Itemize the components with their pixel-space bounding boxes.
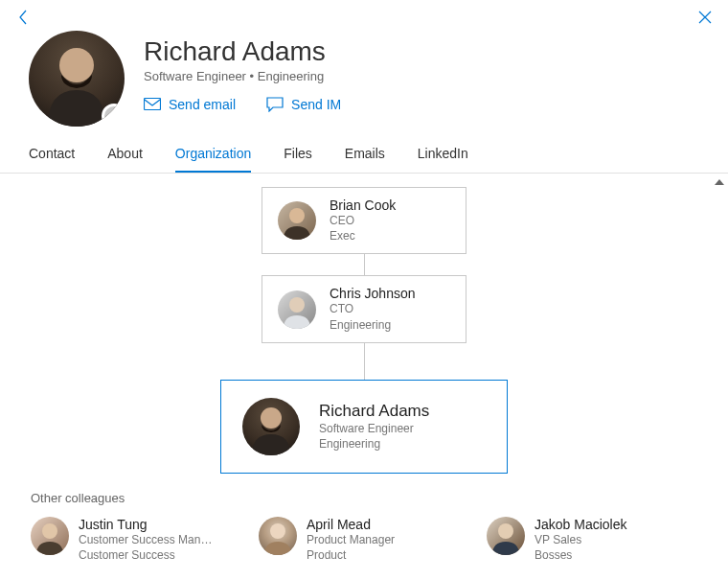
org-connector: [364, 343, 365, 380]
colleague-card[interactable]: Jakob Maciolek VP Sales Bosses: [487, 517, 701, 563]
send-im-button[interactable]: Send IM: [266, 97, 341, 112]
presence-indicator: [102, 104, 125, 127]
profile-name: Richard Adams: [144, 36, 341, 67]
org-node-name: Richard Adams: [319, 402, 429, 421]
tab-emails[interactable]: Emails: [345, 146, 385, 173]
close-button[interactable]: [695, 8, 715, 27]
org-node-role: CTO: [330, 301, 416, 316]
colleague-card[interactable]: Justin Tung Customer Success Man… Custom…: [31, 517, 245, 563]
svg-rect-1: [145, 99, 161, 110]
svg-point-6: [270, 523, 285, 539]
colleague-role: Customer Success Man…: [79, 532, 212, 547]
colleague-name: Justin Tung: [79, 517, 212, 532]
colleague-dept: Bosses: [535, 547, 627, 563]
profile-header: Richard Adams Software Engineer • Engine…: [0, 27, 728, 127]
org-chart: Brian Cook CEO Exec Chris Johnson CTO En…: [0, 174, 728, 474]
org-node-dept: Engineering: [319, 436, 429, 452]
org-connector: [364, 254, 365, 275]
colleague-dept: Customer Success: [79, 547, 212, 563]
chevron-left-icon: [17, 9, 29, 26]
org-node-dept: Engineering: [330, 317, 416, 333]
org-node-name: Chris Johnson: [330, 286, 416, 301]
svg-point-4: [261, 407, 282, 429]
other-colleagues-label: Other colleagues: [0, 474, 728, 513]
chat-icon: [266, 97, 284, 112]
avatar: [242, 398, 300, 455]
close-icon: [698, 11, 712, 24]
colleague-role: VP Sales: [535, 532, 627, 547]
avatar: [278, 290, 316, 329]
colleague-dept: Product: [307, 547, 395, 563]
tab-contact[interactable]: Contact: [29, 146, 75, 173]
colleague-name: Jakob Maciolek: [535, 517, 627, 532]
profile-subtitle: Software Engineer • Engineering: [144, 69, 341, 83]
tab-organization[interactable]: Organization: [175, 146, 251, 173]
avatar: [487, 517, 525, 555]
org-node-role: CEO: [330, 213, 396, 228]
svg-point-2: [289, 208, 305, 223]
colleague-role: Product Manager: [307, 532, 395, 547]
org-node[interactable]: Brian Cook CEO Exec: [262, 187, 466, 254]
svg-point-5: [42, 523, 57, 539]
avatar: [31, 517, 69, 555]
org-node-name: Brian Cook: [330, 197, 396, 213]
svg-point-3: [289, 297, 305, 313]
org-node-dept: Exec: [330, 228, 396, 244]
profile-avatar: [29, 31, 125, 127]
tab-files[interactable]: Files: [284, 146, 312, 173]
avatar: [259, 517, 297, 555]
tab-bar: Contact About Organization Files Emails …: [0, 127, 728, 173]
back-button[interactable]: [13, 8, 33, 27]
mail-icon: [144, 98, 161, 111]
send-email-label: Send email: [169, 97, 236, 112]
svg-point-0: [59, 48, 94, 82]
org-node-role: Software Engineer: [319, 421, 429, 436]
tab-about[interactable]: About: [107, 146, 143, 173]
avatar: [278, 201, 316, 240]
colleagues-list: Justin Tung Customer Success Man… Custom…: [0, 513, 728, 565]
colleague-name: April Mead: [307, 517, 395, 532]
send-email-button[interactable]: Send email: [144, 97, 236, 112]
org-node[interactable]: Chris Johnson CTO Engineering: [262, 275, 466, 342]
svg-point-7: [498, 523, 513, 539]
organization-panel: Brian Cook CEO Exec Chris Johnson CTO En…: [0, 174, 728, 565]
tab-linkedin[interactable]: LinkedIn: [418, 146, 468, 173]
colleague-card[interactable]: April Mead Product Manager Product: [259, 517, 473, 563]
org-node-current[interactable]: Richard Adams Software Engineer Engineer…: [220, 380, 508, 474]
send-im-label: Send IM: [291, 97, 341, 112]
